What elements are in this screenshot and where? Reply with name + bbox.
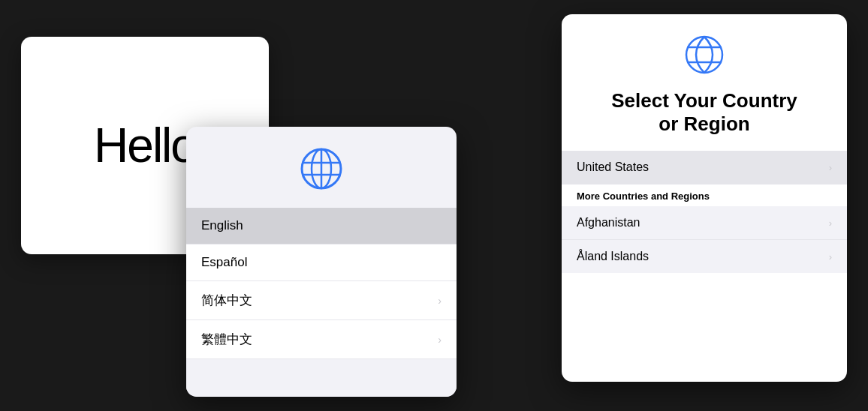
language-label-spanish: Español (201, 255, 247, 270)
country-item-afghanistan[interactable]: Afghanistan › (562, 206, 847, 240)
chevron-right-icon: › (438, 295, 442, 307)
svg-point-5 (686, 37, 722, 73)
more-countries-header: More Countries and Regions (562, 184, 847, 206)
language-item-simplified-chinese[interactable]: 简体中文 › (186, 281, 457, 320)
country-item-aland-islands[interactable]: Åland Islands › (562, 240, 847, 273)
country-title-line1: Select Your Country (611, 89, 797, 112)
country-label-aland-islands: Åland Islands (577, 250, 649, 263)
country-label-united-states: United States (577, 160, 649, 174)
country-list: United States › More Countries and Regio… (562, 151, 847, 382)
language-label-english: English (201, 218, 243, 233)
chevron-right-icon: › (438, 334, 442, 346)
chevron-right-icon: › (829, 218, 832, 229)
country-item-united-states[interactable]: United States › (562, 151, 847, 184)
language-item-spanish[interactable]: Español (186, 244, 457, 281)
country-card: Select Your Country or Region United Sta… (562, 14, 847, 382)
chevron-right-icon: › (829, 162, 832, 173)
country-label-afghanistan: Afghanistan (577, 216, 640, 230)
country-title: Select Your Country or Region (596, 89, 812, 136)
language-card: English Español 简体中文 › 繁體中文 › (186, 127, 457, 397)
chevron-right-icon: › (829, 251, 832, 262)
language-list: English Español 简体中文 › 繁體中文 › (186, 208, 457, 397)
language-item-traditional-chinese[interactable]: 繁體中文 › (186, 320, 457, 359)
country-title-line2: or Region (659, 112, 749, 135)
language-label-simplified-chinese: 简体中文 (201, 292, 252, 309)
globe-grid-icon (297, 145, 345, 193)
hello-text: Hello (94, 118, 196, 173)
globe-outline-icon (682, 32, 727, 77)
language-label-traditional-chinese: 繁體中文 (201, 331, 252, 348)
language-item-english[interactable]: English (186, 208, 457, 244)
